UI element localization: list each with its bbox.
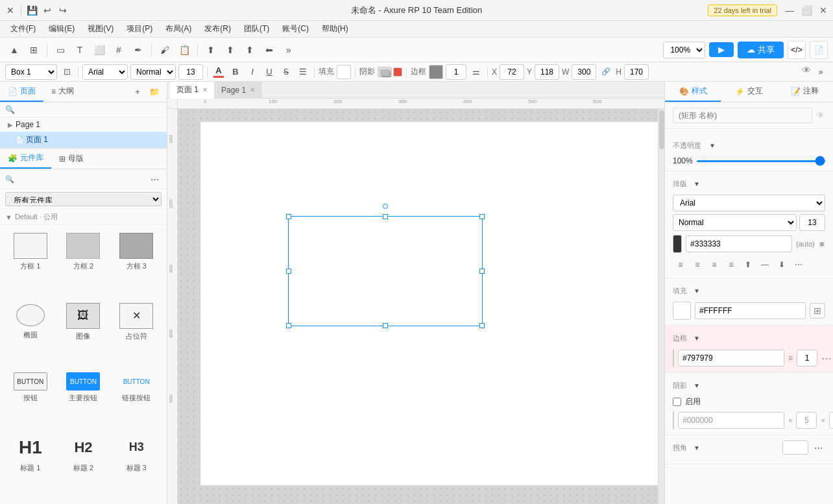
code-button[interactable]: </> xyxy=(788,41,806,59)
menu-view[interactable]: 视图(V) xyxy=(82,22,119,36)
font-size-field[interactable] xyxy=(799,214,825,231)
handle-top-right[interactable] xyxy=(479,214,485,219)
menu-publish[interactable]: 发布(R) xyxy=(199,22,236,36)
lib-item-h3[interactable]: H3 标题 3 xyxy=(111,432,162,499)
component-icon-btn[interactable]: ⊡ xyxy=(60,65,74,79)
redo-icon[interactable]: ↪ xyxy=(58,5,68,16)
lock-aspect-btn[interactable]: 🔗 xyxy=(599,65,613,79)
align-justify-btn[interactable]: ≡ xyxy=(723,257,739,272)
corner-radius-input[interactable] xyxy=(782,440,808,455)
border-width-field[interactable] xyxy=(797,350,817,366)
minimize-button[interactable]: — xyxy=(785,6,794,15)
crop-tool[interactable]: ⊞ xyxy=(25,41,43,59)
lib-item-link-btn[interactable]: BUTTON 链接按钮 xyxy=(111,370,162,429)
tab-pages[interactable]: 📄 页面 xyxy=(0,82,43,102)
rotation-handle[interactable] xyxy=(383,204,388,209)
align-left-btn[interactable]: ≡ xyxy=(673,257,688,272)
add-page-btn[interactable]: + xyxy=(130,85,145,99)
menu-edit[interactable]: 编辑(E) xyxy=(43,22,80,36)
y-input[interactable] xyxy=(535,64,559,80)
border-color-swatch[interactable] xyxy=(673,349,674,367)
text-tool[interactable]: T xyxy=(71,41,89,59)
x-input[interactable] xyxy=(500,64,524,80)
grid-tool[interactable]: # xyxy=(110,41,128,59)
underline-btn[interactable]: U xyxy=(262,65,276,79)
shadow-color-hex[interactable] xyxy=(678,412,784,429)
tab-outline[interactable]: ≡ 大纲 xyxy=(43,82,82,102)
page-item-page1[interactable]: ▶ Page 1 xyxy=(0,117,167,132)
handle-bottom-left[interactable] xyxy=(286,323,291,328)
handle-bottom-mid[interactable] xyxy=(383,323,388,328)
text-color-swatch[interactable] xyxy=(673,235,682,253)
lib-item-ellipse[interactable]: 椭圆 xyxy=(5,300,56,368)
border-more-btn[interactable]: ▼ xyxy=(690,331,704,345)
play-button[interactable]: ▶ xyxy=(709,42,734,57)
font-style-dropdown[interactable]: Normal Bold Italic xyxy=(673,214,797,231)
scrollbar-v[interactable] xyxy=(658,109,664,504)
handle-mid-right[interactable] xyxy=(479,269,485,274)
undo-icon[interactable]: ↩ xyxy=(42,5,53,16)
lib-more-btn[interactable]: ⋯ xyxy=(147,172,162,186)
font-color-btn[interactable]: A xyxy=(211,65,226,79)
corner-more-options[interactable]: ⋯ xyxy=(811,440,825,455)
valign-mid-btn[interactable]: — xyxy=(757,257,773,272)
add-folder-btn[interactable]: 📁 xyxy=(147,85,162,99)
h-input[interactable] xyxy=(624,64,649,80)
canvas-background[interactable] xyxy=(178,109,664,504)
align-right-btn[interactable]: ≡ xyxy=(706,257,722,272)
component-name-select[interactable]: Box 1 xyxy=(5,64,57,80)
lib-item-box2[interactable]: 方框 2 xyxy=(58,230,109,298)
shadow-enable-checkbox[interactable] xyxy=(673,398,681,406)
strikethrough-btn[interactable]: S̶ xyxy=(279,65,293,79)
lib-item-image[interactable]: 🖼 图像 xyxy=(58,300,109,368)
visibility-toggle[interactable]: 👁 xyxy=(816,110,825,121)
shadow-indicator[interactable] xyxy=(378,67,402,77)
font-family-dropdown[interactable]: Arial Times New Roman xyxy=(673,195,825,211)
page-item-page-cn[interactable]: 📄 页面 1 xyxy=(0,132,167,148)
handle-top-mid[interactable] xyxy=(383,214,388,219)
text-color-hex[interactable] xyxy=(686,235,792,252)
tab-masters[interactable]: ⊞ 母版 xyxy=(51,149,91,169)
paste-tool[interactable]: 📋 xyxy=(175,41,193,59)
menu-team[interactable]: 团队(T) xyxy=(239,22,274,36)
handle-top-left[interactable] xyxy=(286,214,291,219)
bold-btn[interactable]: B xyxy=(228,65,243,79)
canvas-page[interactable] xyxy=(200,122,664,485)
zoom-select[interactable]: 100% 75% 50% 150% xyxy=(663,42,705,58)
valign-bottom-btn[interactable]: ⬇ xyxy=(774,257,790,272)
save-icon[interactable]: 💾 xyxy=(27,5,37,16)
publish-button[interactable]: 📄 xyxy=(810,41,828,59)
lib-item-h1[interactable]: H1 标题 1 xyxy=(5,432,56,499)
canvas-tab-page1[interactable]: Page 1 ✕ xyxy=(215,82,262,99)
italic-btn[interactable]: I xyxy=(245,65,260,79)
align-center-btn[interactable]: ≡ xyxy=(690,257,705,272)
lib-item-box3[interactable]: 方框 3 xyxy=(111,230,162,298)
tab-notes[interactable]: 📝 注释 xyxy=(777,82,833,102)
scrollbar-thumb-v[interactable] xyxy=(659,110,664,149)
menu-layout[interactable]: 布局(A) xyxy=(160,22,197,36)
shadow-color-swatch[interactable] xyxy=(673,411,674,429)
share-button[interactable]: ☁ 共享 xyxy=(738,42,784,58)
menu-project[interactable]: 项目(P) xyxy=(121,22,158,36)
tab-components[interactable]: 🧩 元件库 xyxy=(0,149,51,169)
shadow-more-btn[interactable]: ▼ xyxy=(690,378,704,392)
align-top[interactable]: ⬆ xyxy=(202,41,220,59)
layout-more-btn[interactable]: ▼ xyxy=(690,176,704,191)
page-search-input[interactable] xyxy=(15,105,162,114)
shape-name-input[interactable] xyxy=(673,108,812,123)
lib-item-button[interactable]: BUTTON 按钮 xyxy=(5,370,56,429)
pen-tool[interactable]: ✒ xyxy=(129,41,147,59)
fill-more-btn[interactable]: ▼ xyxy=(690,283,704,298)
more-align[interactable]: » xyxy=(280,41,298,59)
close-button[interactable]: ✕ xyxy=(819,6,828,15)
list-btn[interactable]: ☰ xyxy=(296,65,310,79)
tab-style[interactable]: 🎨 样式 xyxy=(665,82,721,102)
input-tool[interactable]: ⬜ xyxy=(90,41,108,59)
menu-file[interactable]: 文件(F) xyxy=(5,22,41,36)
fill-type-btn[interactable]: ⊞ xyxy=(810,303,825,318)
shape-tool[interactable]: ▭ xyxy=(51,41,69,59)
visibility-icon[interactable]: 👁 xyxy=(802,65,811,79)
fill-swatch[interactable] xyxy=(337,65,351,79)
border-options-btn[interactable]: ⋯ xyxy=(821,350,832,366)
opacity-slider[interactable] xyxy=(697,160,825,162)
